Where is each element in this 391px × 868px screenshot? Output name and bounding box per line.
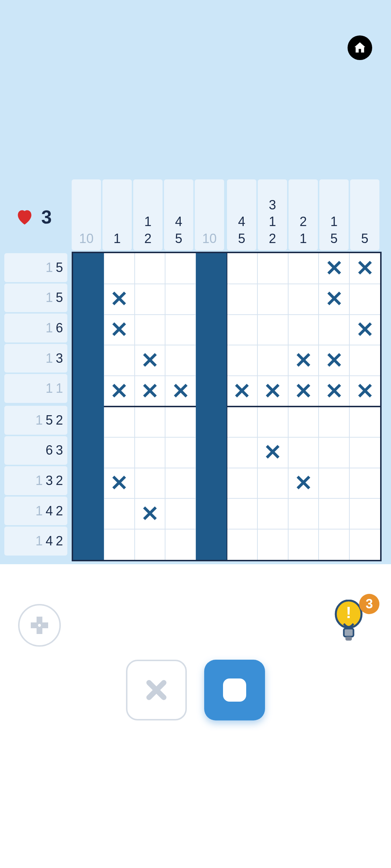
grid-cell[interactable]	[104, 529, 135, 560]
grid-cell[interactable]	[257, 315, 288, 345]
grid-cell[interactable]: ✕	[288, 468, 319, 499]
grid-cell[interactable]	[165, 315, 196, 345]
grid-cell[interactable]	[227, 315, 257, 345]
grid-cell[interactable]	[196, 376, 227, 407]
grid-cell[interactable]	[227, 284, 257, 315]
grid-cell[interactable]	[349, 284, 380, 315]
grid-cell[interactable]: ✕	[288, 376, 319, 407]
grid-cell[interactable]: ✕	[135, 498, 165, 529]
grid-cell[interactable]: ✕	[104, 376, 135, 407]
grid-cell[interactable]	[135, 529, 165, 560]
grid-cell[interactable]	[349, 529, 380, 560]
grid-cell[interactable]	[196, 498, 227, 529]
grid-cell[interactable]	[135, 315, 165, 345]
grid-cell[interactable]	[227, 498, 257, 529]
grid-cell[interactable]: ✕	[319, 284, 349, 315]
grid-cell[interactable]: ✕	[104, 468, 135, 499]
grid-cell[interactable]	[196, 468, 227, 499]
grid-cell[interactable]	[349, 345, 380, 376]
grid-cell[interactable]	[165, 407, 196, 437]
grid-cell[interactable]	[257, 529, 288, 560]
grid-cell[interactable]	[104, 253, 135, 284]
grid-cell[interactable]	[288, 437, 319, 468]
grid-cell[interactable]	[135, 468, 165, 499]
grid-cell[interactable]	[165, 468, 196, 499]
puzzle-grid[interactable]: ✕✕✕✕✕✕✕✕✕✕✕✕✕✕✕✕✕✕✕✕✕	[72, 252, 382, 561]
grid-cell[interactable]	[257, 253, 288, 284]
grid-cell[interactable]	[319, 468, 349, 499]
grid-cell[interactable]: ✕	[349, 376, 380, 407]
grid-cell[interactable]	[196, 315, 227, 345]
grid-cell[interactable]	[73, 498, 104, 529]
grid-cell[interactable]	[73, 376, 104, 407]
grid-cell[interactable]	[257, 284, 288, 315]
mode-cross-button[interactable]	[126, 660, 187, 720]
dpad-button[interactable]	[18, 604, 61, 647]
grid-cell[interactable]	[227, 468, 257, 499]
grid-cell[interactable]	[165, 529, 196, 560]
grid-cell[interactable]	[349, 468, 380, 499]
grid-cell[interactable]	[257, 468, 288, 499]
grid-cell[interactable]	[196, 437, 227, 468]
grid-cell[interactable]	[257, 345, 288, 376]
grid-cell[interactable]	[73, 315, 104, 345]
grid-cell[interactable]: ✕	[349, 253, 380, 284]
grid-cell[interactable]	[73, 284, 104, 315]
grid-cell[interactable]	[104, 407, 135, 437]
grid-cell[interactable]: ✕	[135, 345, 165, 376]
grid-cell[interactable]	[196, 407, 227, 437]
grid-cell[interactable]	[288, 529, 319, 560]
grid-cell[interactable]	[104, 345, 135, 376]
grid-cell[interactable]	[165, 437, 196, 468]
grid-cell[interactable]: ✕	[349, 315, 380, 345]
grid-cell[interactable]	[288, 315, 319, 345]
grid-cell[interactable]	[227, 529, 257, 560]
grid-cell[interactable]	[165, 253, 196, 284]
grid-cell[interactable]	[135, 407, 165, 437]
grid-cell[interactable]	[73, 407, 104, 437]
grid-cell[interactable]	[257, 498, 288, 529]
grid-cell[interactable]	[165, 498, 196, 529]
mode-fill-button[interactable]	[204, 660, 265, 720]
grid-cell[interactable]	[165, 345, 196, 376]
grid-cell[interactable]	[288, 498, 319, 529]
grid-cell[interactable]	[73, 529, 104, 560]
grid-cell[interactable]	[319, 437, 349, 468]
grid-cell[interactable]	[319, 529, 349, 560]
grid-cell[interactable]	[227, 407, 257, 437]
grid-cell[interactable]	[135, 284, 165, 315]
grid-cell[interactable]	[196, 253, 227, 284]
grid-cell[interactable]	[349, 407, 380, 437]
grid-cell[interactable]	[73, 437, 104, 468]
grid-cell[interactable]: ✕	[257, 437, 288, 468]
grid-cell[interactable]	[135, 437, 165, 468]
grid-cell[interactable]: ✕	[104, 284, 135, 315]
grid-cell[interactable]	[319, 315, 349, 345]
hint-button[interactable]: ! 3	[332, 600, 372, 647]
grid-cell[interactable]	[319, 407, 349, 437]
grid-cell[interactable]	[165, 284, 196, 315]
grid-cell[interactable]: ✕	[227, 376, 257, 407]
grid-cell[interactable]	[349, 437, 380, 468]
grid-cell[interactable]	[288, 407, 319, 437]
grid-cell[interactable]	[319, 498, 349, 529]
grid-cell[interactable]	[227, 437, 257, 468]
grid-cell[interactable]	[73, 468, 104, 499]
grid-cell[interactable]	[73, 253, 104, 284]
grid-cell[interactable]	[196, 284, 227, 315]
grid-cell[interactable]	[73, 345, 104, 376]
grid-cell[interactable]: ✕	[257, 376, 288, 407]
grid-cell[interactable]: ✕	[319, 345, 349, 376]
grid-cell[interactable]: ✕	[104, 315, 135, 345]
grid-cell[interactable]	[288, 284, 319, 315]
grid-cell[interactable]	[257, 407, 288, 437]
grid-cell[interactable]	[104, 437, 135, 468]
grid-cell[interactable]: ✕	[288, 345, 319, 376]
grid-cell[interactable]	[288, 253, 319, 284]
grid-cell[interactable]: ✕	[135, 376, 165, 407]
grid-cell[interactable]	[349, 498, 380, 529]
grid-cell[interactable]: ✕	[319, 376, 349, 407]
home-button[interactable]	[348, 35, 372, 60]
grid-cell[interactable]	[227, 345, 257, 376]
grid-cell[interactable]: ✕	[319, 253, 349, 284]
